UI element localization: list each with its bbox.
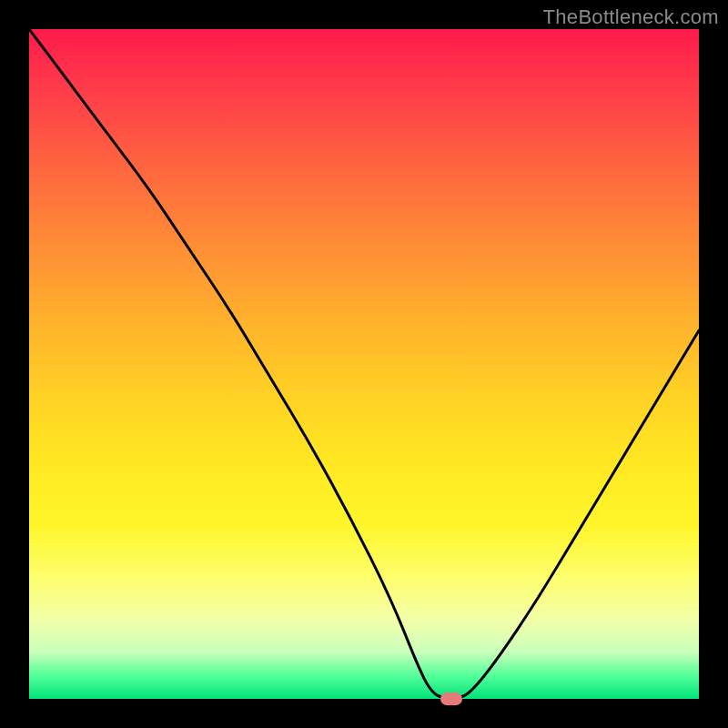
plot-area (29, 29, 699, 699)
optimal-point-marker (440, 693, 462, 705)
bottleneck-curve (29, 29, 699, 699)
watermark-label: TheBottleneck.com (543, 5, 719, 29)
chart-frame: TheBottleneck.com (0, 0, 728, 728)
